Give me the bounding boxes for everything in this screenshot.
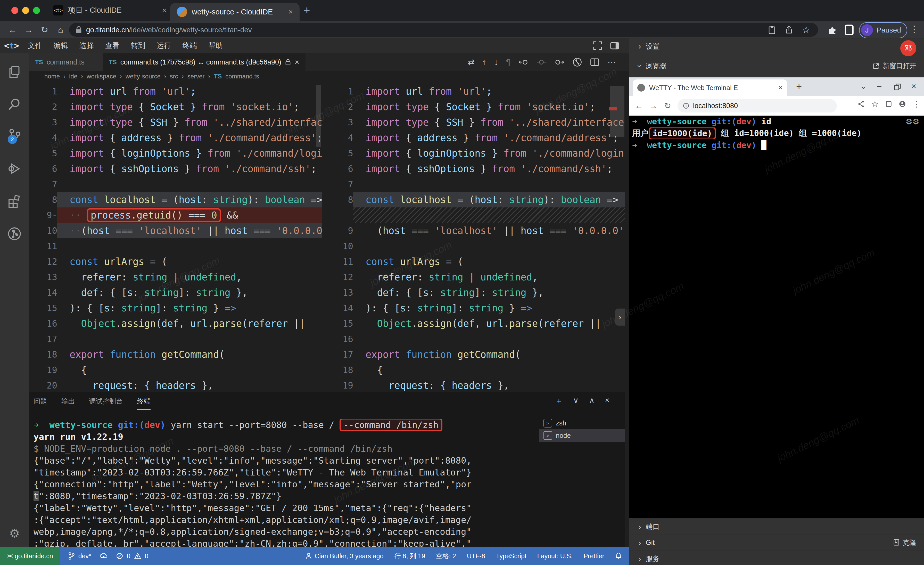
menu-selection[interactable]: 选择 — [80, 41, 94, 51]
preview-address-bar[interactable]: localhost:8080 — [678, 99, 837, 113]
keyboard-layout[interactable]: Layout: U.S. — [537, 552, 573, 560]
preview-minimize-icon[interactable]: – — [877, 81, 882, 90]
preview-dropdown-icon[interactable]: ⌄ — [860, 81, 867, 90]
preview-tab-close-icon[interactable]: × — [778, 83, 783, 92]
tab-debug-console[interactable]: 调试控制台 — [89, 397, 123, 410]
editor-tab-diff[interactable]: TS command.ts (17b75c98) ↔ command.ts (d… — [103, 53, 306, 71]
problems-indicator[interactable]: 0 0 — [116, 552, 148, 560]
git-graph-icon[interactable] — [7, 227, 22, 241]
menu-run[interactable]: 运行 — [157, 41, 171, 51]
crumb-wetty-source[interactable]: wetty-source — [126, 73, 160, 80]
new-terminal-icon[interactable]: ＋ — [555, 396, 563, 406]
source-control-item[interactable]: 2 — [0, 128, 29, 151]
home-icon[interactable]: ⌂ — [52, 25, 69, 35]
clone-button[interactable]: 克隆 — [893, 538, 916, 547]
maximize-panel-icon[interactable]: ∧ — [589, 396, 595, 406]
next-change-icon[interactable]: ↓ — [494, 57, 498, 67]
back-icon[interactable]: ← — [632, 101, 646, 111]
editor-tab-command-ts[interactable]: TS command.ts — [29, 53, 108, 71]
reload-icon[interactable]: ↻ — [37, 24, 52, 35]
encoding[interactable]: UTF-8 — [467, 552, 485, 560]
address-bar[interactable]: go.titanide.cn/ide/web/coding/wetty-sour… — [69, 23, 818, 37]
clipboard-icon[interactable] — [768, 26, 776, 34]
whitespace-icon[interactable]: ¶ — [506, 57, 510, 67]
layout-icon[interactable] — [609, 41, 620, 51]
preview-menu-icon[interactable]: ⋮ — [913, 99, 920, 109]
cursor-position[interactable]: 行 8, 列 19 — [394, 552, 425, 560]
crumb-src[interactable]: src — [170, 73, 178, 80]
share-icon[interactable] — [785, 26, 793, 34]
back-icon[interactable]: ← — [4, 25, 21, 35]
forward-icon[interactable]: → — [646, 101, 660, 111]
remote-indicator[interactable]: >< go.titanide.cn — [0, 547, 60, 565]
blame-indicator[interactable]: Cian Butler, 3 years ago — [306, 552, 384, 560]
preview-new-tab-button[interactable]: + — [796, 81, 802, 92]
extensions-puzzle-icon[interactable] — [827, 25, 837, 35]
section-settings[interactable]: › 设置 — [629, 38, 924, 54]
browser-menu-icon[interactable]: ⋮ — [910, 24, 919, 35]
bookmark-star-icon[interactable]: ☆ — [871, 99, 879, 109]
macos-close-button[interactable] — [11, 7, 18, 14]
branch-indicator[interactable]: dev* — [68, 552, 91, 560]
tab-problems[interactable]: 问题 — [33, 397, 47, 410]
notifications-bell-icon[interactable] — [615, 552, 622, 560]
tab-close-icon[interactable]: × — [295, 58, 299, 66]
formatter[interactable]: Prettier — [584, 552, 604, 560]
search-icon[interactable] — [7, 97, 22, 111]
terminal-dropdown-icon[interactable]: ∨ — [573, 396, 579, 406]
task-node[interactable]: >node — [539, 429, 625, 442]
right-scrollbar[interactable] — [610, 86, 624, 137]
reload-icon[interactable]: ↻ — [660, 101, 675, 111]
more-actions-icon[interactable]: ⋯ — [608, 57, 616, 67]
section-git[interactable]: › Git 克隆 — [629, 535, 924, 550]
macos-minimize-button[interactable] — [22, 7, 29, 14]
tab-close-icon[interactable]: × — [162, 6, 166, 15]
preview-restore-icon[interactable] — [894, 83, 902, 91]
tab-output[interactable]: 输出 — [62, 397, 75, 410]
extensions-icon[interactable] — [7, 194, 22, 209]
menu-view[interactable]: 查看 — [105, 41, 120, 51]
explorer-icon[interactable] — [7, 65, 22, 79]
section-browser[interactable]: › 浏览器 新窗口打开 — [629, 58, 924, 74]
fullscreen-icon[interactable] — [592, 41, 603, 51]
new-tab-button[interactable]: + — [304, 4, 310, 17]
apply-right-icon[interactable] — [554, 57, 565, 67]
wetty-settings-gears-icon[interactable]: ⚙⚙ — [905, 117, 920, 126]
section-ports[interactable]: › 端口 — [629, 518, 924, 535]
open-new-window-button[interactable]: 新窗口打开 — [872, 62, 916, 71]
menu-edit[interactable]: 编辑 — [54, 41, 68, 51]
run-debug-icon[interactable] — [7, 161, 22, 176]
open-file-icon[interactable]: ⇄ — [468, 57, 475, 67]
menu-help[interactable]: 帮助 — [208, 41, 223, 51]
language-mode[interactable]: TypeScript — [496, 552, 526, 560]
crumb-ide[interactable]: ide — [69, 73, 77, 80]
diff-editor[interactable]: 1import url from 'url';2import type { So… — [29, 81, 625, 392]
crumb-workspace[interactable]: workspace — [87, 73, 116, 80]
indent-setting[interactable]: 空格: 2 — [436, 552, 456, 560]
terminal-output[interactable]: ➜ wetty-source git:(dev) yarn start --po… — [33, 419, 536, 547]
forward-icon[interactable]: → — [21, 25, 37, 35]
git-compare-icon[interactable] — [572, 57, 582, 67]
preview-tab[interactable]: WeTTY - The Web Terminal E × — [633, 80, 788, 96]
preview-close-icon[interactable]: × — [911, 81, 916, 91]
tab-close-icon[interactable]: × — [288, 8, 293, 16]
profile-icon[interactable] — [899, 101, 906, 108]
left-scrollbar[interactable] — [316, 85, 321, 147]
section-services[interactable]: › 服务 — [629, 550, 924, 565]
profile-chip[interactable]: J Paused — [859, 22, 907, 38]
macos-zoom-button[interactable] — [33, 7, 40, 14]
side-panel-icon[interactable] — [844, 24, 854, 36]
browser-tab-wetty[interactable]: wetty-source - CloudIDE × — [170, 3, 300, 21]
menu-goto[interactable]: 转到 — [131, 41, 146, 51]
split-editor-icon[interactable] — [590, 57, 600, 67]
close-panel-icon[interactable]: × — [605, 396, 609, 406]
menu-file[interactable]: 文件 — [28, 41, 42, 51]
tab-terminal[interactable]: 终端 — [137, 397, 151, 410]
manage-gear-icon[interactable]: ⚙ — [7, 526, 22, 541]
share-icon[interactable] — [858, 101, 864, 108]
revert-left-icon[interactable] — [518, 57, 528, 67]
bookmark-star-icon[interactable]: ☆ — [802, 24, 810, 35]
crumb-server[interactable]: server — [188, 73, 205, 80]
crumb-file[interactable]: command.ts — [225, 73, 259, 80]
user-avatar[interactable]: 邓 — [900, 40, 916, 56]
